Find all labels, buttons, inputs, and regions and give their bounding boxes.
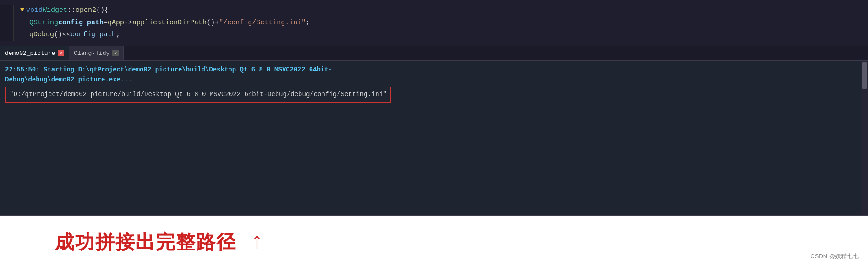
expand-arrow: ▼ bbox=[20, 5, 24, 16]
code-line-2: QString config_path = qApp -> applicatio… bbox=[20, 17, 310, 29]
output-line-1: 22:55:50: Starting D:\qtProject\demo02_p… bbox=[5, 65, 863, 75]
code-line-1: ▼ void Widget :: open2 (){ bbox=[20, 5, 310, 17]
output-line-2: Debug\debug\demo02_picture.exe... bbox=[5, 75, 863, 85]
tab-clang-tidy[interactable]: Clang-Tidy ✕ bbox=[69, 46, 124, 60]
tab-label-demo02: demo02_picture bbox=[5, 50, 55, 57]
output-path-line: "D:/qtProject/demo02_picture/build/Deskt… bbox=[5, 87, 391, 102]
handwritten-text: 成功拼接出完整路径 bbox=[55, 229, 236, 255]
tab-close-clang[interactable]: ✕ bbox=[112, 50, 119, 56]
watermark: CSDN @妖精七七 bbox=[810, 252, 859, 261]
code-body: ▼ void Widget :: open2 (){ QString confi… bbox=[14, 5, 310, 41]
arrow-up-icon: ↑ bbox=[250, 231, 264, 254]
annotation-content: 成功拼接出完整路径 ↑ bbox=[0, 216, 868, 266]
scrollbar[interactable] bbox=[861, 61, 868, 216]
tab-close-demo02[interactable]: ✕ bbox=[58, 50, 64, 56]
output-panel: demo02_picture ✕ Clang-Tidy ✕ 22:55:50: … bbox=[0, 46, 868, 216]
code-line-3: qDebug ()<< config_path ; bbox=[20, 29, 310, 41]
tab-demo02-picture[interactable]: demo02_picture ✕ bbox=[0, 46, 69, 60]
line-numbers bbox=[0, 5, 14, 41]
annotation-section: 成功拼接出完整路径 ↑ CSDN @妖精七七 bbox=[0, 216, 868, 266]
keyword-void: void bbox=[26, 5, 43, 16]
tab-label-clang: Clang-Tidy bbox=[74, 50, 109, 57]
main-container: ▼ void Widget :: open2 (){ QString confi… bbox=[0, 0, 868, 266]
code-editor: ▼ void Widget :: open2 (){ QString confi… bbox=[0, 0, 868, 46]
scrollbar-thumb[interactable] bbox=[862, 62, 867, 89]
tabs-bar: demo02_picture ✕ Clang-Tidy ✕ bbox=[0, 46, 868, 61]
tabs-spacer bbox=[124, 46, 868, 60]
output-content: 22:55:50: Starting D:\qtProject\demo02_p… bbox=[0, 61, 868, 216]
